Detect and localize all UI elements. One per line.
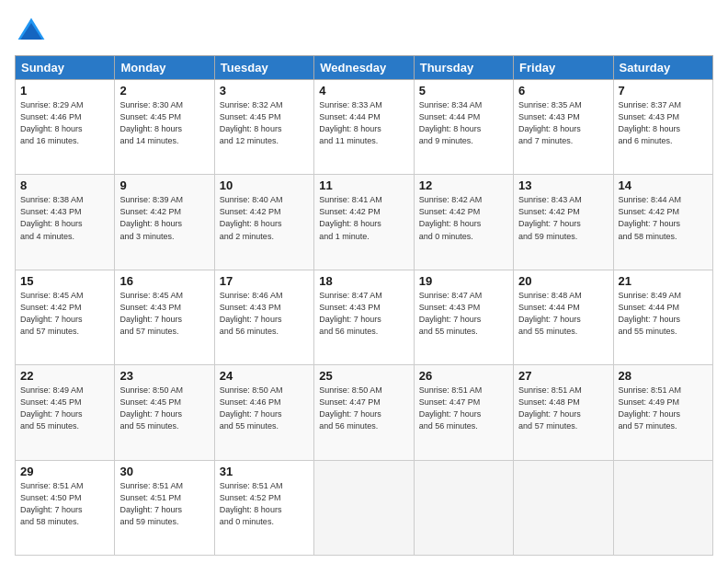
calendar-day-2: 2Sunrise: 8:30 AMSunset: 4:45 PMDaylight… [115,80,214,175]
calendar-day-3: 3Sunrise: 8:32 AMSunset: 4:45 PMDaylight… [214,80,313,175]
header [15,15,713,48]
logo-icon [15,15,48,48]
day-info: Sunrise: 8:50 AMSunset: 4:47 PMDaylight:… [319,385,408,432]
day-info: Sunrise: 8:33 AMSunset: 4:44 PMDaylight:… [319,99,408,147]
day-info: Sunrise: 8:51 AMSunset: 4:48 PMDaylight:… [518,385,608,432]
calendar-week-3: 15Sunrise: 8:45 AMSunset: 4:42 PMDayligh… [16,270,713,364]
day-number: 24 [220,369,309,383]
day-number: 27 [518,369,608,383]
day-info: Sunrise: 8:49 AMSunset: 4:44 PMDaylight:… [619,290,708,338]
day-number: 17 [220,274,309,288]
calendar-day-6: 6Sunrise: 8:35 AMSunset: 4:43 PMDaylight… [514,80,613,175]
calendar-day-12: 12Sunrise: 8:42 AMSunset: 4:42 PMDayligh… [414,175,513,270]
day-number: 18 [319,274,408,288]
col-saturday: Saturday [613,56,712,80]
calendar-day-7: 7Sunrise: 8:37 AMSunset: 4:43 PMDaylight… [613,80,712,175]
calendar-day-27: 27Sunrise: 8:51 AMSunset: 4:48 PMDayligh… [514,365,613,460]
empty-cell [514,460,613,555]
day-info: Sunrise: 8:45 AMSunset: 4:43 PMDaylight:… [119,290,209,338]
day-number: 13 [518,178,608,192]
calendar-day-15: 15Sunrise: 8:45 AMSunset: 4:42 PMDayligh… [16,270,115,364]
day-info: Sunrise: 8:47 AMSunset: 4:43 PMDaylight:… [319,290,408,338]
calendar-day-16: 16Sunrise: 8:45 AMSunset: 4:43 PMDayligh… [115,270,214,364]
col-sunday: Sunday [16,56,115,80]
col-friday: Friday [514,56,613,80]
calendar-day-5: 5Sunrise: 8:34 AMSunset: 4:44 PMDaylight… [414,80,513,175]
page: Sunday Monday Tuesday Wednesday Thursday… [0,0,728,563]
calendar: Sunday Monday Tuesday Wednesday Thursday… [15,55,713,556]
calendar-day-14: 14Sunrise: 8:44 AMSunset: 4:42 PMDayligh… [613,175,712,270]
day-info: Sunrise: 8:50 AMSunset: 4:46 PMDaylight:… [220,385,309,432]
calendar-day-20: 20Sunrise: 8:48 AMSunset: 4:44 PMDayligh… [514,270,613,364]
day-number: 25 [319,369,408,383]
calendar-day-21: 21Sunrise: 8:49 AMSunset: 4:44 PMDayligh… [613,270,712,364]
calendar-day-22: 22Sunrise: 8:49 AMSunset: 4:45 PMDayligh… [16,365,115,460]
day-info: Sunrise: 8:34 AMSunset: 4:44 PMDaylight:… [419,99,508,147]
day-number: 16 [119,274,209,288]
day-info: Sunrise: 8:40 AMSunset: 4:42 PMDaylight:… [220,194,309,242]
calendar-day-28: 28Sunrise: 8:51 AMSunset: 4:49 PMDayligh… [613,365,712,460]
col-monday: Monday [115,56,214,80]
day-info: Sunrise: 8:51 AMSunset: 4:51 PMDaylight:… [119,480,209,528]
day-number: 28 [619,369,708,383]
day-number: 29 [20,465,109,478]
day-info: Sunrise: 8:51 AMSunset: 4:47 PMDaylight:… [419,385,508,432]
day-info: Sunrise: 8:39 AMSunset: 4:42 PMDaylight:… [119,194,209,242]
day-info: Sunrise: 8:38 AMSunset: 4:43 PMDaylight:… [20,194,109,242]
day-number: 2 [119,84,209,98]
day-info: Sunrise: 8:51 AMSunset: 4:50 PMDaylight:… [20,480,109,528]
day-number: 20 [518,274,608,288]
calendar-day-23: 23Sunrise: 8:50 AMSunset: 4:45 PMDayligh… [115,365,214,460]
day-info: Sunrise: 8:35 AMSunset: 4:43 PMDaylight:… [518,99,608,147]
day-info: Sunrise: 8:29 AMSunset: 4:46 PMDaylight:… [20,99,109,147]
calendar-day-1: 1Sunrise: 8:29 AMSunset: 4:46 PMDaylight… [16,80,115,175]
day-info: Sunrise: 8:41 AMSunset: 4:42 PMDaylight:… [319,194,408,242]
day-number: 5 [419,84,508,98]
col-wednesday: Wednesday [314,56,414,80]
day-number: 30 [119,465,209,478]
day-info: Sunrise: 8:47 AMSunset: 4:43 PMDaylight:… [419,290,508,338]
day-number: 14 [619,178,708,192]
day-number: 31 [220,465,309,478]
day-info: Sunrise: 8:37 AMSunset: 4:43 PMDaylight:… [619,99,708,147]
calendar-day-17: 17Sunrise: 8:46 AMSunset: 4:43 PMDayligh… [214,270,313,364]
day-number: 15 [20,274,109,288]
col-tuesday: Tuesday [214,56,313,80]
empty-cell [613,460,712,555]
day-info: Sunrise: 8:32 AMSunset: 4:45 PMDaylight:… [220,99,309,147]
day-number: 8 [20,178,109,192]
day-number: 19 [419,274,508,288]
day-info: Sunrise: 8:43 AMSunset: 4:42 PMDaylight:… [518,194,608,242]
day-info: Sunrise: 8:51 AMSunset: 4:52 PMDaylight:… [220,480,309,528]
day-number: 1 [20,84,109,98]
day-number: 10 [220,178,309,192]
calendar-day-29: 29Sunrise: 8:51 AMSunset: 4:50 PMDayligh… [16,460,115,555]
day-number: 7 [619,84,708,98]
day-number: 3 [220,84,309,98]
day-info: Sunrise: 8:46 AMSunset: 4:43 PMDaylight:… [220,290,309,338]
day-number: 21 [619,274,708,288]
calendar-week-1: 1Sunrise: 8:29 AMSunset: 4:46 PMDaylight… [16,80,713,175]
calendar-day-8: 8Sunrise: 8:38 AMSunset: 4:43 PMDaylight… [16,175,115,270]
header-row: Sunday Monday Tuesday Wednesday Thursday… [16,56,713,80]
calendar-day-19: 19Sunrise: 8:47 AMSunset: 4:43 PMDayligh… [414,270,513,364]
empty-cell [414,460,513,555]
col-thursday: Thursday [414,56,513,80]
day-number: 22 [20,369,109,383]
calendar-day-18: 18Sunrise: 8:47 AMSunset: 4:43 PMDayligh… [314,270,414,364]
calendar-day-11: 11Sunrise: 8:41 AMSunset: 4:42 PMDayligh… [314,175,414,270]
day-info: Sunrise: 8:44 AMSunset: 4:42 PMDaylight:… [619,194,708,242]
day-info: Sunrise: 8:49 AMSunset: 4:45 PMDaylight:… [20,385,109,432]
day-info: Sunrise: 8:50 AMSunset: 4:45 PMDaylight:… [119,385,209,432]
day-number: 12 [419,178,508,192]
empty-cell [314,460,414,555]
calendar-day-25: 25Sunrise: 8:50 AMSunset: 4:47 PMDayligh… [314,365,414,460]
calendar-day-31: 31Sunrise: 8:51 AMSunset: 4:52 PMDayligh… [214,460,313,555]
day-info: Sunrise: 8:51 AMSunset: 4:49 PMDaylight:… [619,385,708,432]
day-number: 4 [319,84,408,98]
day-number: 11 [319,178,408,192]
calendar-day-10: 10Sunrise: 8:40 AMSunset: 4:42 PMDayligh… [214,175,313,270]
day-info: Sunrise: 8:42 AMSunset: 4:42 PMDaylight:… [419,194,508,242]
day-number: 9 [119,178,209,192]
day-number: 23 [119,369,209,383]
